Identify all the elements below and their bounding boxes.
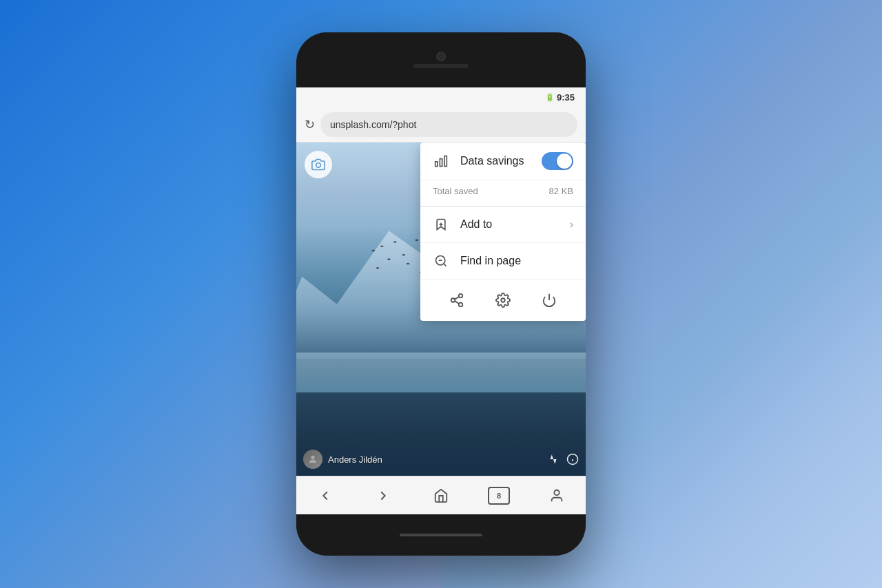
svg-rect-7 [435,162,438,167]
total-saved-value: 82 KB [549,186,573,196]
svg-point-1 [311,456,314,459]
menu-bottom-bar [420,280,586,321]
battery-icon: 🔋 [545,93,555,102]
author-avatar [303,450,322,469]
bookmark-add-icon [433,216,449,233]
author-info: Anders Jildén [303,450,382,469]
phone-top-bezel [296,32,586,87]
svg-rect-6 [440,159,442,167]
svg-point-14 [451,298,455,302]
phone-speaker [413,64,469,68]
svg-point-13 [459,294,463,298]
home-button[interactable] [426,481,456,511]
phone-bottom-bezel [296,514,586,556]
dropdown-menu: Data savings Total saved 82 KB [420,143,586,321]
home-indicator [400,534,482,536]
bar-chart-icon [433,153,449,169]
find-icon [433,253,449,269]
toggle-knob [557,154,572,169]
total-saved-label: Total saved [433,186,478,196]
refresh-icon[interactable]: ↻ [305,117,315,132]
status-bar: 🔋 9:35 [296,87,586,107]
forward-button[interactable] [368,481,398,511]
savings-info-row: Total saved 82 KB [420,180,586,207]
share-button[interactable] [444,288,469,313]
content-area: Anders Jildén [296,143,586,476]
svg-point-20 [554,490,559,494]
profile-button[interactable] [542,481,572,511]
find-in-page-label: Find in page [460,255,573,267]
add-to-label: Add to [460,218,570,231]
find-in-page-item[interactable]: Find in page [420,243,586,280]
phone-screen: 🔋 9:35 ↻ unsplash.com/?phot [296,87,586,514]
status-time: 9:35 [557,92,575,103]
author-name: Anders Jildén [328,454,382,465]
tabs-count: 8 [497,492,501,500]
phone-camera [436,52,446,61]
camera-badge[interactable] [305,151,332,178]
svg-line-11 [444,264,447,266]
svg-line-17 [455,297,459,300]
phone-device: 🔋 9:35 ↻ unsplash.com/?phot [296,32,586,556]
url-bar[interactable]: unsplash.com/?phot [320,112,577,137]
power-button[interactable] [537,288,562,313]
browser-bar: ↻ unsplash.com/?phot [296,107,586,143]
tabs-button[interactable]: 8 [484,481,514,511]
url-text: unsplash.com/?phot [330,119,416,130]
bottom-nav: 8 [296,476,586,514]
svg-line-16 [455,301,459,304]
svg-point-18 [501,298,505,302]
svg-point-0 [316,163,321,168]
chevron-right-icon: › [570,218,573,231]
settings-button[interactable] [491,288,515,313]
data-savings-toggle[interactable] [542,152,573,170]
tabs-count-badge: 8 [488,487,510,505]
data-savings-label: Data savings [460,155,542,167]
analytics-icon[interactable] [547,453,560,465]
author-bar: Anders Jildén [303,450,579,469]
author-actions [547,453,579,465]
data-savings-item: Data savings [420,143,586,180]
back-button[interactable] [310,481,340,511]
add-to-item[interactable]: Add to › [420,207,586,243]
svg-rect-5 [444,156,447,167]
info-icon[interactable] [566,453,579,465]
svg-point-15 [459,303,463,307]
